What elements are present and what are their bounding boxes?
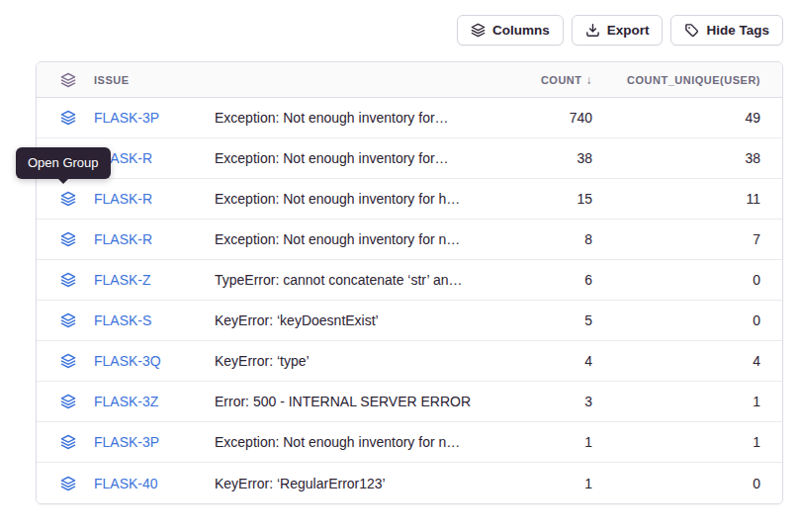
issue-link[interactable]: FLASK-3Q <box>94 353 215 369</box>
open-group-tooltip: Open Group <box>16 147 111 179</box>
open-group-icon[interactable] <box>60 312 94 328</box>
count-unique-value: 11 <box>746 191 760 207</box>
count-unique-value: 38 <box>745 150 760 166</box>
issue-title: Exception: Not enough inventory for h… <box>215 191 484 207</box>
export-button-label: Export <box>607 23 650 38</box>
tag-icon <box>684 23 699 38</box>
issue-link[interactable]: FLASK-R <box>94 231 215 247</box>
count-unique-value: 0 <box>753 272 760 288</box>
issue-link[interactable]: FLASK-R <box>94 191 215 207</box>
issue-link[interactable]: FLASK-3Z <box>94 394 215 409</box>
count-value: 8 <box>584 231 592 247</box>
issue-column-header[interactable]: ISSUE <box>94 74 484 86</box>
count-header-label: COUNT <box>541 74 582 86</box>
download-icon <box>585 23 600 38</box>
count-unique-value: 0 <box>753 312 760 328</box>
count-value: 38 <box>576 150 592 166</box>
issue-title: KeyError: ‘RegularError123’ <box>215 476 484 491</box>
table-toolbar: Columns Export Hide Tags <box>457 15 783 45</box>
issue-title: Exception: Not enough inventory for n… <box>215 434 484 450</box>
issue-title: KeyError: ‘keyDoesntExist’ <box>215 312 484 328</box>
open-group-icon[interactable] <box>60 394 94 409</box>
count-unique-value: 4 <box>753 353 760 369</box>
issue-link[interactable]: FLASK-R <box>94 150 215 166</box>
table-row: FLASK-R Exception: Not enough inventory … <box>37 138 782 179</box>
hide-tags-button-label: Hide Tags <box>706 23 769 38</box>
count-unique-value: 1 <box>753 394 760 409</box>
table-row: FLASK-3P Exception: Not enough inventory… <box>37 422 782 463</box>
count-unique-value: 0 <box>753 476 760 491</box>
columns-button-label: Columns <box>492 23 550 38</box>
count-value: 740 <box>570 110 592 126</box>
discover-results-page: Columns Export Hide Tags ISSUE COUNT ↓ C… <box>0 0 798 532</box>
issue-title: Error: 500 - INTERNAL SERVER ERROR <box>215 394 484 409</box>
count-unique-value: 49 <box>745 110 760 126</box>
issue-title: TypeError: cannot concatenate ‘str’ an… <box>215 272 484 288</box>
count-value: 5 <box>584 312 592 328</box>
issue-link[interactable]: FLASK-3P <box>94 110 215 126</box>
issue-link[interactable]: FLASK-3P <box>94 434 215 450</box>
table-row: FLASK-R Exception: Not enough inventory … <box>37 220 782 260</box>
issues-table: ISSUE COUNT ↓ COUNT_UNIQUE(USER) FLASK-3… <box>36 61 783 504</box>
table-row: FLASK-3Z Error: 500 - INTERNAL SERVER ER… <box>37 382 782 422</box>
table-row: FLASK-S KeyError: ‘keyDoesntExist’ 5 0 <box>37 301 782 341</box>
issue-link[interactable]: FLASK-S <box>94 312 215 328</box>
columns-button[interactable]: Columns <box>457 15 564 45</box>
layers-icon <box>471 23 486 38</box>
count-value: 15 <box>576 191 592 207</box>
count-column-header[interactable]: COUNT ↓ <box>541 73 592 87</box>
export-button[interactable]: Export <box>572 15 664 45</box>
arrow-down-icon: ↓ <box>586 73 593 87</box>
count-value: 1 <box>584 434 592 450</box>
table-header-row: ISSUE COUNT ↓ COUNT_UNIQUE(USER) <box>37 62 782 98</box>
issue-title: Exception: Not enough inventory for… <box>215 150 484 166</box>
open-group-icon[interactable] <box>60 434 94 450</box>
count-value: 3 <box>584 394 592 409</box>
count-value: 6 <box>584 272 592 288</box>
table-row: FLASK-3Q KeyError: ‘type’ 4 4 <box>37 341 782 382</box>
open-group-icon[interactable] <box>60 353 94 369</box>
open-group-icon[interactable] <box>60 476 94 491</box>
issue-link[interactable]: FLASK-40 <box>94 476 215 491</box>
open-group-icon[interactable] <box>60 110 94 126</box>
layers-icon <box>60 72 76 88</box>
open-group-icon[interactable] <box>60 191 94 207</box>
count-unique-value: 1 <box>753 434 760 450</box>
hide-tags-button[interactable]: Hide Tags <box>670 15 783 45</box>
count-value: 1 <box>584 476 592 491</box>
table-row: FLASK-3P Exception: Not enough inventory… <box>37 98 782 138</box>
count-value: 4 <box>584 353 592 369</box>
count-unique-column-header[interactable]: COUNT_UNIQUE(USER) <box>627 74 760 86</box>
open-group-icon[interactable] <box>60 272 94 288</box>
issue-link[interactable]: FLASK-Z <box>94 272 215 288</box>
issue-title: KeyError: ‘type’ <box>215 353 484 369</box>
table-row: FLASK-Z TypeError: cannot concatenate ‘s… <box>37 260 782 301</box>
table-row: FLASK-R Exception: Not enough inventory … <box>37 179 782 220</box>
count-unique-value: 7 <box>753 231 760 247</box>
issue-title: Exception: Not enough inventory for… <box>215 110 484 126</box>
issue-title: Exception: Not enough inventory for n… <box>215 231 484 247</box>
open-group-icon[interactable] <box>60 231 94 247</box>
table-row: FLASK-40 KeyError: ‘RegularError123’ 1 0 <box>37 463 782 503</box>
